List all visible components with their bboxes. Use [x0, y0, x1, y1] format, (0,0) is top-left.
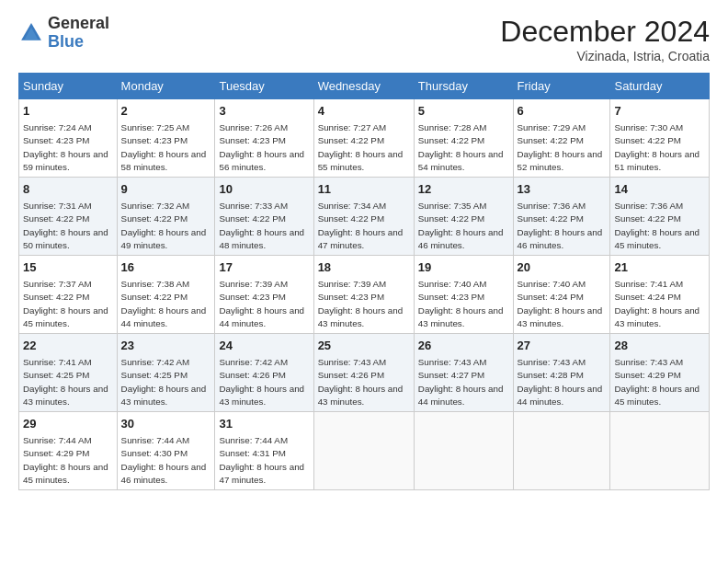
- day-number: 22: [23, 338, 113, 354]
- day-info: Sunrise: 7:24 AMSunset: 4:23 PMDaylight:…: [23, 122, 108, 172]
- header: General Blue December 2024 Vizinada, Ist…: [18, 15, 710, 63]
- day-number: 1: [23, 103, 113, 120]
- day-number: 7: [614, 103, 705, 120]
- table-row: 27 Sunrise: 7:43 AMSunset: 4:28 PMDaylig…: [513, 334, 610, 412]
- day-number: 23: [121, 338, 211, 354]
- logo-blue-text: Blue: [48, 33, 109, 52]
- table-row: [414, 412, 513, 490]
- day-info: Sunrise: 7:44 AMSunset: 4:31 PMDaylight:…: [219, 435, 304, 485]
- table-row: 22 Sunrise: 7:41 AMSunset: 4:25 PMDaylig…: [19, 334, 118, 412]
- day-info: Sunrise: 7:43 AMSunset: 4:29 PMDaylight:…: [614, 357, 700, 407]
- title-block: December 2024 Vizinada, Istria, Croatia: [500, 15, 710, 63]
- calendar-week-row: 8 Sunrise: 7:31 AMSunset: 4:22 PMDayligh…: [19, 178, 710, 256]
- col-tuesday: Tuesday: [215, 74, 313, 99]
- day-info: Sunrise: 7:26 AMSunset: 4:23 PMDaylight:…: [219, 122, 304, 172]
- day-info: Sunrise: 7:27 AMSunset: 4:22 PMDaylight:…: [318, 122, 404, 172]
- table-row: [610, 412, 710, 490]
- table-row: 15 Sunrise: 7:37 AMSunset: 4:22 PMDaylig…: [19, 256, 118, 334]
- day-number: 19: [418, 259, 509, 276]
- table-row: 2 Sunrise: 7:25 AMSunset: 4:23 PMDayligh…: [117, 99, 215, 178]
- table-row: 30 Sunrise: 7:44 AMSunset: 4:30 PMDaylig…: [117, 412, 215, 490]
- day-info: Sunrise: 7:30 AMSunset: 4:22 PMDaylight:…: [614, 122, 700, 172]
- table-row: 7 Sunrise: 7:30 AMSunset: 4:22 PMDayligh…: [610, 99, 710, 178]
- table-row: 26 Sunrise: 7:43 AMSunset: 4:27 PMDaylig…: [414, 334, 513, 412]
- logo: General Blue: [18, 15, 109, 52]
- table-row: 5 Sunrise: 7:28 AMSunset: 4:22 PMDayligh…: [414, 99, 513, 178]
- day-info: Sunrise: 7:39 AMSunset: 4:23 PMDaylight:…: [318, 279, 404, 328]
- table-row: 10 Sunrise: 7:33 AMSunset: 4:22 PMDaylig…: [215, 178, 313, 256]
- day-info: Sunrise: 7:31 AMSunset: 4:22 PMDaylight:…: [23, 201, 108, 250]
- table-row: 16 Sunrise: 7:38 AMSunset: 4:22 PMDaylig…: [117, 256, 215, 334]
- table-row: 18 Sunrise: 7:39 AMSunset: 4:23 PMDaylig…: [313, 256, 414, 334]
- day-info: Sunrise: 7:40 AMSunset: 4:23 PMDaylight:…: [418, 279, 504, 328]
- table-row: 17 Sunrise: 7:39 AMSunset: 4:23 PMDaylig…: [215, 256, 313, 334]
- day-info: Sunrise: 7:43 AMSunset: 4:26 PMDaylight:…: [318, 357, 404, 407]
- day-number: 3: [219, 103, 309, 120]
- logo-general-text: General: [48, 15, 109, 33]
- table-row: 21 Sunrise: 7:41 AMSunset: 4:24 PMDaylig…: [610, 256, 710, 334]
- logo-icon: [18, 20, 44, 46]
- day-info: Sunrise: 7:32 AMSunset: 4:22 PMDaylight:…: [121, 201, 207, 250]
- day-number: 25: [318, 338, 410, 354]
- day-number: 15: [23, 259, 113, 276]
- day-info: Sunrise: 7:36 AMSunset: 4:22 PMDaylight:…: [518, 201, 603, 250]
- day-number: 6: [518, 103, 607, 120]
- table-row: 12 Sunrise: 7:35 AMSunset: 4:22 PMDaylig…: [414, 178, 513, 256]
- month-title: December 2024: [500, 15, 710, 49]
- col-friday: Friday: [513, 74, 610, 99]
- table-row: 25 Sunrise: 7:43 AMSunset: 4:26 PMDaylig…: [313, 334, 414, 412]
- day-info: Sunrise: 7:42 AMSunset: 4:26 PMDaylight:…: [219, 357, 304, 407]
- day-info: Sunrise: 7:44 AMSunset: 4:29 PMDaylight:…: [23, 435, 108, 485]
- day-number: 31: [219, 416, 309, 432]
- day-info: Sunrise: 7:28 AMSunset: 4:22 PMDaylight:…: [418, 122, 504, 172]
- day-number: 29: [23, 416, 113, 432]
- col-monday: Monday: [117, 74, 215, 99]
- day-number: 24: [219, 338, 309, 354]
- day-number: 17: [219, 259, 309, 276]
- col-wednesday: Wednesday: [313, 74, 414, 99]
- calendar-week-row: 22 Sunrise: 7:41 AMSunset: 4:25 PMDaylig…: [19, 334, 710, 412]
- location-subtitle: Vizinada, Istria, Croatia: [500, 49, 710, 63]
- day-info: Sunrise: 7:34 AMSunset: 4:22 PMDaylight:…: [318, 201, 404, 250]
- day-info: Sunrise: 7:41 AMSunset: 4:24 PMDaylight:…: [614, 279, 700, 328]
- table-row: 23 Sunrise: 7:42 AMSunset: 4:25 PMDaylig…: [117, 334, 215, 412]
- day-number: 30: [121, 416, 211, 432]
- table-row: 31 Sunrise: 7:44 AMSunset: 4:31 PMDaylig…: [215, 412, 313, 490]
- day-info: Sunrise: 7:43 AMSunset: 4:28 PMDaylight:…: [518, 357, 603, 407]
- table-row: 29 Sunrise: 7:44 AMSunset: 4:29 PMDaylig…: [19, 412, 118, 490]
- day-info: Sunrise: 7:38 AMSunset: 4:22 PMDaylight:…: [121, 279, 207, 328]
- day-info: Sunrise: 7:35 AMSunset: 4:22 PMDaylight:…: [418, 201, 504, 250]
- table-row: 3 Sunrise: 7:26 AMSunset: 4:23 PMDayligh…: [215, 99, 313, 178]
- day-number: 11: [318, 181, 410, 198]
- table-row: 1 Sunrise: 7:24 AMSunset: 4:23 PMDayligh…: [19, 99, 118, 178]
- table-row: 6 Sunrise: 7:29 AMSunset: 4:22 PMDayligh…: [513, 99, 610, 178]
- day-info: Sunrise: 7:41 AMSunset: 4:25 PMDaylight:…: [23, 357, 108, 407]
- table-row: 19 Sunrise: 7:40 AMSunset: 4:23 PMDaylig…: [414, 256, 513, 334]
- table-row: [513, 412, 610, 490]
- day-info: Sunrise: 7:29 AMSunset: 4:22 PMDaylight:…: [518, 122, 603, 172]
- calendar-page: General Blue December 2024 Vizinada, Ist…: [0, 0, 728, 563]
- table-row: 14 Sunrise: 7:36 AMSunset: 4:22 PMDaylig…: [610, 178, 710, 256]
- day-number: 5: [418, 103, 509, 120]
- col-sunday: Sunday: [19, 74, 118, 99]
- day-number: 20: [518, 259, 607, 276]
- calendar-week-row: 1 Sunrise: 7:24 AMSunset: 4:23 PMDayligh…: [19, 99, 710, 178]
- day-info: Sunrise: 7:39 AMSunset: 4:23 PMDaylight:…: [219, 279, 304, 328]
- day-number: 13: [518, 181, 607, 198]
- calendar-header-row: Sunday Monday Tuesday Wednesday Thursday…: [19, 74, 710, 99]
- calendar-week-row: 15 Sunrise: 7:37 AMSunset: 4:22 PMDaylig…: [19, 256, 710, 334]
- day-number: 9: [121, 181, 211, 198]
- day-info: Sunrise: 7:40 AMSunset: 4:24 PMDaylight:…: [518, 279, 603, 328]
- day-number: 12: [418, 181, 509, 198]
- day-info: Sunrise: 7:36 AMSunset: 4:22 PMDaylight:…: [614, 201, 700, 250]
- day-number: 4: [318, 103, 410, 120]
- day-info: Sunrise: 7:37 AMSunset: 4:22 PMDaylight:…: [23, 279, 108, 328]
- table-row: 20 Sunrise: 7:40 AMSunset: 4:24 PMDaylig…: [513, 256, 610, 334]
- table-row: 24 Sunrise: 7:42 AMSunset: 4:26 PMDaylig…: [215, 334, 313, 412]
- day-number: 26: [418, 338, 509, 354]
- day-info: Sunrise: 7:43 AMSunset: 4:27 PMDaylight:…: [418, 357, 504, 407]
- table-row: 28 Sunrise: 7:43 AMSunset: 4:29 PMDaylig…: [610, 334, 710, 412]
- day-number: 8: [23, 181, 113, 198]
- table-row: 11 Sunrise: 7:34 AMSunset: 4:22 PMDaylig…: [313, 178, 414, 256]
- calendar-week-row: 29 Sunrise: 7:44 AMSunset: 4:29 PMDaylig…: [19, 412, 710, 490]
